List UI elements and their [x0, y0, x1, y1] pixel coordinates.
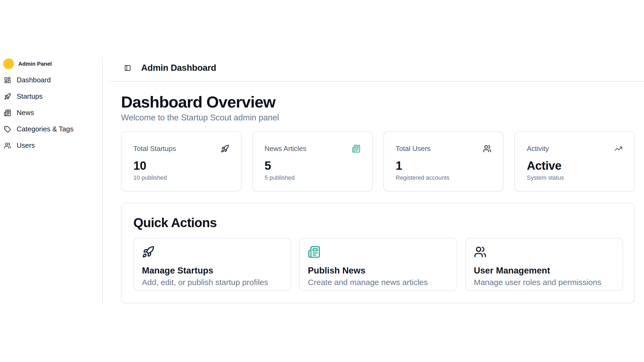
- page-subtitle: Welcome to the Startup Scout admin panel: [121, 113, 635, 123]
- users-icon: [4, 142, 11, 149]
- sidebar: Admin Panel Dashboard Startups News: [0, 56, 103, 305]
- quick-actions-grid: Manage Startups Add, edit, or publish st…: [133, 238, 623, 291]
- action-title: Publish News: [308, 266, 448, 275]
- stat-label: Activity: [527, 145, 549, 153]
- sidebar-item-label: News: [17, 109, 34, 117]
- stat-value: 10: [133, 160, 229, 172]
- admin-dashboard-page: Admin Panel Dashboard Startups News: [0, 0, 644, 362]
- stat-card-total-users: Total Users 1 Registered accounts: [383, 131, 504, 191]
- stat-subtext: Registered accounts: [396, 174, 492, 181]
- stats-grid: Total Startups 10 10 published News Arti…: [121, 131, 635, 191]
- action-card-user-management[interactable]: User Management Manage user roles and pe…: [465, 238, 623, 291]
- sidebar-item-label: Startups: [17, 92, 43, 101]
- sidebar-item-label: Users: [17, 141, 35, 150]
- stat-card-header: News Articles: [265, 145, 360, 153]
- stat-card-header: Total Users: [396, 145, 492, 153]
- users-icon: [483, 145, 491, 153]
- newspaper-icon: [308, 246, 320, 258]
- rocket-icon: [4, 93, 11, 100]
- stat-card-news-articles: News Articles 5 5 published: [252, 131, 373, 191]
- action-title: Manage Startups: [142, 266, 283, 275]
- action-card-publish-news[interactable]: Publish News Create and manage news arti…: [299, 238, 457, 291]
- sidebar-toggle-button[interactable]: [124, 65, 131, 71]
- action-card-manage-startups[interactable]: Manage Startups Add, edit, or publish st…: [133, 238, 291, 291]
- page-title: Dashboard Overview: [121, 94, 635, 110]
- sidebar-nav: Dashboard Startups News Categories & Tag…: [3, 72, 102, 154]
- tag-icon: [4, 126, 11, 133]
- stat-value: Active: [527, 160, 623, 172]
- action-description: Add, edit, or publish startup profiles: [142, 278, 283, 287]
- action-description: Create and manage news articles: [308, 278, 448, 287]
- stat-subtext: 5 published: [265, 174, 360, 181]
- sidebar-item-categories-tags[interactable]: Categories & Tags: [3, 121, 102, 137]
- stat-card-header: Total Startups: [133, 145, 229, 153]
- header: Admin Dashboard: [110, 54, 644, 82]
- users-icon: [474, 246, 486, 258]
- stat-label: News Articles: [265, 145, 306, 153]
- layout-dashboard-icon: [4, 77, 11, 84]
- newspaper-icon: [4, 109, 11, 116]
- stat-label: Total Startups: [133, 145, 176, 153]
- brand-label: Admin Panel: [18, 61, 52, 67]
- rocket-icon: [142, 246, 155, 258]
- stat-card-total-startups: Total Startups 10 10 published: [121, 131, 241, 191]
- action-description: Manage user roles and permissions: [474, 278, 614, 287]
- stat-value: 1: [396, 160, 492, 172]
- stat-subtext: 10 published: [133, 174, 229, 181]
- header-title: Admin Dashboard: [141, 63, 216, 73]
- sidebar-item-news[interactable]: News: [3, 105, 102, 121]
- stat-label: Total Users: [396, 145, 431, 153]
- newspaper-icon: [352, 145, 360, 153]
- stat-subtext: System status: [527, 174, 623, 181]
- panel-left-icon: [124, 65, 131, 71]
- main-content: Dashboard Overview Welcome to the Startu…: [110, 82, 644, 303]
- sidebar-item-users[interactable]: Users: [3, 137, 102, 154]
- rocket-icon: [221, 145, 229, 153]
- brand-logo-circle: [3, 58, 14, 69]
- sidebar-item-label: Categories & Tags: [17, 125, 74, 133]
- action-title: User Management: [474, 266, 614, 275]
- sidebar-item-label: Dashboard: [17, 76, 51, 84]
- quick-actions-title: Quick Actions: [133, 216, 623, 229]
- brand: Admin Panel: [3, 57, 102, 70]
- stat-card-activity: Activity Active System status: [514, 131, 635, 191]
- sidebar-item-startups[interactable]: Startups: [3, 88, 102, 105]
- quick-actions-panel: Quick Actions Manage Startups Add, edit,…: [121, 203, 635, 303]
- stat-card-header: Activity: [527, 145, 623, 153]
- sidebar-item-dashboard[interactable]: Dashboard: [3, 72, 102, 88]
- trending-up-icon: [614, 145, 623, 153]
- stat-value: 5: [265, 160, 360, 172]
